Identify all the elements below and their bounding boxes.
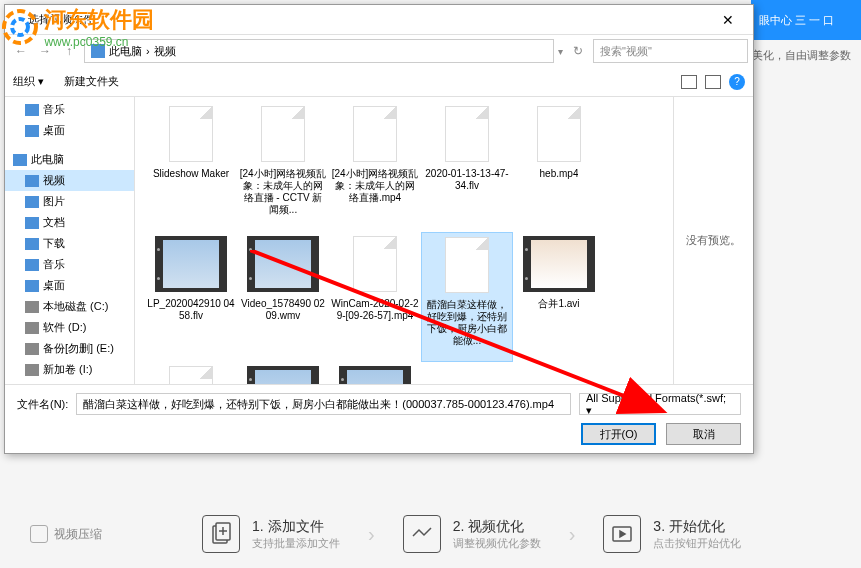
sidebar-item-0[interactable]: 音乐 (5, 99, 134, 120)
sidebar-item-3[interactable]: 视频 (5, 170, 134, 191)
preview-pane: 没有预览。 (673, 97, 753, 384)
file-item[interactable]: 合并1.mp4 (145, 362, 237, 384)
sidebar-item-label: 视频 (43, 173, 65, 188)
side-module-label[interactable]: 视频压缩 (30, 525, 102, 543)
sidebar-item-8[interactable]: 桌面 (5, 275, 134, 296)
file-name-label: [24小时]网络视频乱象：未成年人的网络直播 - CCTV 新闻频... (239, 168, 327, 216)
optimize-icon (403, 515, 441, 553)
file-name-label: 合并1.avi (538, 298, 579, 310)
sidebar-item-7[interactable]: 音乐 (5, 254, 134, 275)
file-thumb-icon (247, 364, 319, 384)
sidebar-item-label: 图片 (43, 194, 65, 209)
path-bar: ← → ↑ 此电脑 › 视频 ▾ ↻ 搜索"视频" (5, 35, 753, 67)
chevron-right-icon: › (146, 45, 150, 57)
file-thumb-icon (155, 234, 227, 294)
filename-input[interactable] (76, 393, 571, 415)
file-thumb-icon (431, 104, 503, 164)
preview-toggle-button[interactable] (705, 75, 721, 89)
step-3-sub: 点击按钮开始优化 (653, 536, 741, 551)
sidebar-item-12[interactable]: 新加卷 (I:) (5, 359, 134, 380)
pic-icon (25, 196, 39, 208)
search-input[interactable]: 搜索"视频" (593, 39, 748, 63)
breadcrumb-seg-pc[interactable]: 此电脑 (109, 44, 142, 59)
file-item[interactable]: [24小时]网络视频乱象：未成年人的网络直播.mp4 (329, 102, 421, 232)
format-select[interactable]: All Supported Formats(*.swf; ▾ (579, 393, 741, 415)
step-2: 2. 视频优化 调整视频优化参数 (403, 515, 541, 553)
sidebar-item-label: 桌面 (43, 278, 65, 293)
sidebar-item-11[interactable]: 备份[勿删] (E:) (5, 338, 134, 359)
file-item[interactable]: Video_1578490 0209.wmv (237, 232, 329, 362)
sidebar-item-6[interactable]: 下载 (5, 233, 134, 254)
sidebar-item-label: 音乐 (43, 102, 65, 117)
file-thumb-icon (339, 364, 411, 384)
pc-icon (13, 154, 27, 166)
dialog-toolbar: 组织 ▾ 新建文件夹 ? (5, 67, 753, 97)
sidebar-item-1[interactable]: 桌面 (5, 120, 134, 141)
file-item[interactable]: WinCam-2020-02-29-[09-26-57].mp4 (329, 232, 421, 362)
file-thumb-icon (339, 104, 411, 164)
desktop-icon (25, 125, 39, 137)
breadcrumb-seg-videos[interactable]: 视频 (154, 44, 176, 59)
file-item[interactable]: heb.mp4 (513, 102, 605, 232)
step-3-title: 3. 开始优化 (653, 518, 741, 536)
step-2-title: 2. 视频优化 (453, 518, 541, 536)
sidebar-item-label: 桌面 (43, 123, 65, 138)
sidebar-item-label: 软件 (D:) (43, 320, 86, 335)
disk-icon (25, 343, 39, 355)
steps-area: 视频压缩 1. 添加文件 支持批量添加文件 › 2. 视频优化 调整视频优化参数… (30, 515, 851, 553)
sidebar: 音乐桌面此电脑视频图片文档下载音乐桌面本地磁盘 (C:)软件 (D:)备份[勿删… (5, 97, 135, 384)
file-item[interactable]: 合并1.avi (513, 232, 605, 362)
file-thumb-icon (431, 235, 503, 295)
sidebar-item-2[interactable]: 此电脑 (5, 149, 134, 170)
file-name-label: Video_1578490 0209.wmv (239, 298, 327, 322)
sidebar-item-9[interactable]: 本地磁盘 (C:) (5, 296, 134, 317)
sidebar-item-label: 文档 (43, 215, 65, 230)
file-item[interactable]: LP_2020042910 0458.flv (145, 232, 237, 362)
format-select-label: All Supported Formats(*.swf; ▾ (586, 392, 734, 417)
help-button[interactable]: ? (729, 74, 745, 90)
sidebar-item-5[interactable]: 文档 (5, 212, 134, 233)
sidebar-item-label: 本地磁盘 (C:) (43, 299, 108, 314)
dl-icon (25, 238, 39, 250)
open-button[interactable]: 打开(O) (581, 423, 656, 445)
file-item[interactable]: 修复的Video_1578490 0209.wmv (329, 362, 421, 384)
breadcrumb[interactable]: 此电脑 › 视频 (84, 39, 554, 63)
sidebar-item-4[interactable]: 图片 (5, 191, 134, 212)
dialog-titlebar[interactable]: 选择视频文件 ✕ (5, 5, 753, 35)
file-item[interactable]: 2020-01-13-13-47-34.flv (421, 102, 513, 232)
cancel-button-label: 取消 (693, 427, 715, 442)
play-icon (603, 515, 641, 553)
file-thumb-icon (523, 104, 595, 164)
sidebar-item-label: 音乐 (43, 257, 65, 272)
breadcrumb-dropdown[interactable]: ▾ (558, 46, 563, 57)
file-name-label: 2020-01-13-13-47-34.flv (423, 168, 511, 192)
file-item[interactable]: 醋溜白菜这样做，好吃到爆，还特别下饭，厨房小白都能做... (421, 232, 513, 362)
background-header: 眼中心 三 一 口 (751, 0, 861, 40)
file-thumb-icon (155, 364, 227, 384)
chevron-right-icon: › (368, 523, 375, 546)
nav-forward-button[interactable]: → (34, 40, 56, 62)
nav-back-button[interactable]: ← (10, 40, 32, 62)
pc-icon (91, 44, 105, 58)
view-mode-button[interactable] (681, 75, 697, 89)
file-grid[interactable]: Slideshow Maker[24小时]网络视频乱象：未成年人的网络直播 - … (135, 97, 673, 384)
nav-up-button[interactable]: ↑ (58, 40, 80, 62)
file-item[interactable]: [24小时]网络视频乱象：未成年人的网络直播 - CCTV 新闻频... (237, 102, 329, 232)
svg-marker-9 (620, 531, 625, 537)
sidebar-item-10[interactable]: 软件 (D:) (5, 317, 134, 338)
organize-menu[interactable]: 组织 ▾ (13, 74, 44, 89)
video-icon (25, 175, 39, 187)
file-thumb-icon (523, 234, 595, 294)
file-item[interactable]: Slideshow Maker (145, 102, 237, 232)
refresh-button[interactable]: ↻ (567, 40, 589, 62)
file-name-label: LP_2020042910 0458.flv (147, 298, 235, 322)
add-file-icon (202, 515, 240, 553)
new-folder-button[interactable]: 新建文件夹 (64, 74, 119, 89)
close-button[interactable]: ✕ (708, 6, 748, 34)
dialog-footer: 文件名(N): All Supported Formats(*.swf; ▾ 打… (5, 384, 753, 453)
dialog-title: 选择视频文件 (10, 12, 130, 27)
sidebar-item-label: 新加卷 (I:) (43, 362, 93, 377)
step-1[interactable]: 1. 添加文件 支持批量添加文件 (202, 515, 340, 553)
file-item[interactable]: 合并1_compressed.mov (237, 362, 329, 384)
cancel-button[interactable]: 取消 (666, 423, 741, 445)
